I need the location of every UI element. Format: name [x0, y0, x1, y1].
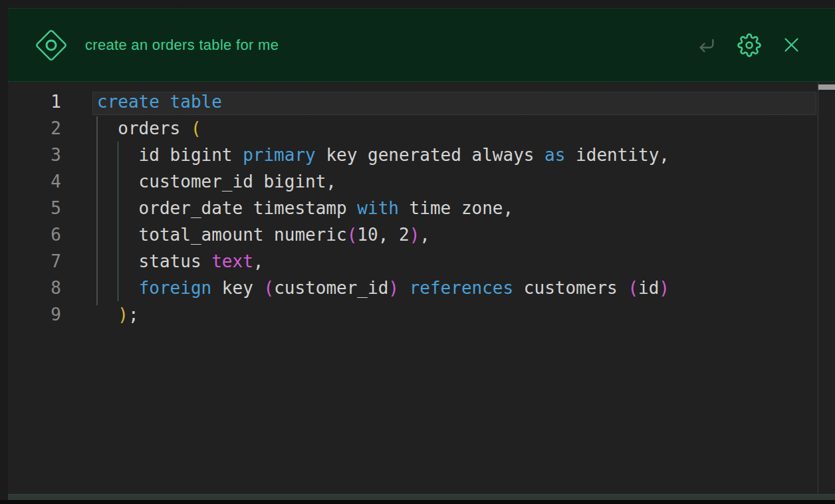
code-line-text: foreign key (customer_id) references cus…	[97, 275, 669, 301]
code-line[interactable]: 5 order_date timestamp with time zone,	[8, 195, 835, 221]
scrollbar-thumb[interactable]	[818, 84, 835, 90]
code-line[interactable]: 3 id bigint primary key generated always…	[8, 142, 835, 168]
code-line-text: status text,	[97, 248, 263, 275]
code-line[interactable]: 9 );	[8, 301, 835, 328]
sql-editor[interactable]: 1create table2 orders (3 id bigint prima…	[8, 82, 835, 494]
supabase-ai-diamond-icon	[35, 29, 67, 61]
code-line[interactable]: 2 orders (	[8, 115, 835, 142]
code-line[interactable]: 4 customer_id bigint,	[8, 168, 835, 195]
code-line-text: orders (	[97, 115, 201, 142]
code-line[interactable]: 1create table	[8, 88, 835, 115]
gear-icon[interactable]	[737, 33, 761, 57]
code-line-text: );	[97, 301, 139, 328]
line-number: 4	[8, 168, 61, 195]
line-number: 2	[8, 115, 61, 142]
code-line[interactable]: 6 total_amount numeric(10, 2),	[8, 221, 835, 248]
code-line[interactable]: 7 status text,	[8, 248, 835, 275]
line-number: 1	[8, 88, 61, 115]
assistant-bar-actions	[697, 33, 800, 57]
ai-assistant-bar: create an orders table for me	[8, 8, 835, 82]
line-number: 8	[8, 275, 61, 301]
scrollbar-track	[818, 82, 818, 494]
return-arrow-icon	[697, 36, 716, 55]
code-line-text: create table	[97, 88, 222, 115]
code-line-text: total_amount numeric(10, 2),	[97, 221, 430, 248]
line-number: 6	[8, 221, 61, 248]
bottom-strip	[0, 500, 835, 504]
panel-resize-handle[interactable]	[8, 494, 835, 500]
code-line-text: customer_id bigint,	[97, 168, 336, 195]
line-number: 9	[8, 301, 61, 328]
code-line-text: order_date timestamp with time zone,	[97, 195, 513, 221]
code-line-text: id bigint primary key generated always a…	[97, 142, 669, 168]
ai-prompt-input[interactable]: create an orders table for me	[85, 37, 697, 54]
line-number: 5	[8, 195, 61, 221]
line-number: 3	[8, 142, 61, 168]
code-line[interactable]: 8 foreign key (customer_id) references c…	[8, 275, 835, 301]
code-area: 1create table2 orders (3 id bigint prima…	[8, 88, 835, 328]
line-number: 7	[8, 248, 61, 275]
close-icon[interactable]	[782, 36, 800, 54]
